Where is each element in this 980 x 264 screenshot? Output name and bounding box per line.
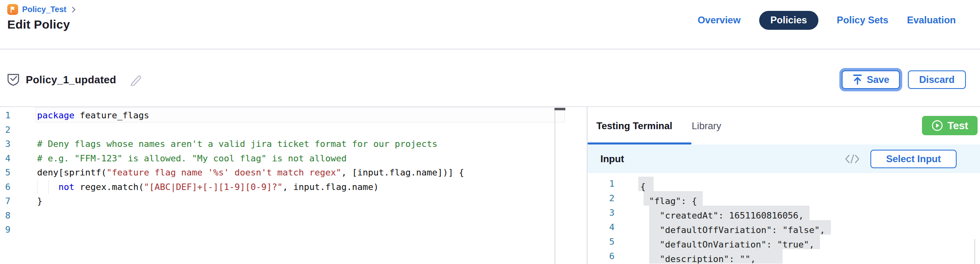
- code-line-content: # Deny flags whose names aren't a valid …: [37, 137, 437, 151]
- code-line: 5deny[sprintf("feature flag name '%s' do…: [0, 165, 587, 180]
- input-label: Input: [600, 153, 624, 165]
- active-tab-underline: [588, 142, 691, 144]
- pencil-icon[interactable]: [130, 74, 143, 86]
- editor-scrollbar-track: [554, 108, 555, 264]
- edit-policy-page: Policy_Test Edit Policy OverviewPolicies…: [0, 0, 980, 264]
- indent-guide: [48, 180, 49, 194]
- editor-workspace: 1package feature_flags23# Deny flags who…: [0, 106, 980, 264]
- header-divider: [0, 49, 980, 50]
- shield-check-icon: [7, 73, 19, 86]
- line-number: 1: [588, 177, 615, 191]
- testing-panel: Testing TerminalLibrary Test Input Selec…: [588, 107, 980, 264]
- line-number: 1: [0, 108, 10, 123]
- code-line: 1package feature_flags: [0, 108, 587, 123]
- nav-item-policy-sets[interactable]: Policy Sets: [837, 14, 889, 26]
- line-number: 3: [0, 137, 10, 151]
- input-json-editor[interactable]: 1{2 "flag": {3 "createdAt": 165116081605…: [588, 173, 980, 264]
- policy-name: Policy_1_updated: [26, 74, 116, 86]
- json-line: 2 "flag": {: [588, 191, 980, 206]
- json-selection-highlight: {: [638, 177, 654, 191]
- line-number: 8: [0, 208, 10, 223]
- line-number: 7: [0, 194, 10, 208]
- discard-button[interactable]: Discard: [908, 70, 966, 89]
- json-selection-highlight: "flag": {: [644, 191, 702, 206]
- line-number: 3: [588, 206, 615, 220]
- json-line: 1{: [588, 177, 980, 191]
- upload-icon: [852, 74, 863, 85]
- line-number: 4: [588, 220, 615, 235]
- policy-toolbar: Policy_1_updated Save Discard: [0, 64, 980, 95]
- nav-item-overview[interactable]: Overview: [698, 14, 741, 26]
- indent-guide: [37, 180, 37, 194]
- top-nav: OverviewPoliciesPolicy SetsEvaluation: [698, 10, 956, 30]
- line-number: 9: [0, 223, 10, 237]
- rego-code-editor[interactable]: 1package feature_flags23# Deny flags who…: [0, 107, 587, 264]
- json-selection-highlight: "defaultOnVariation": "true",: [649, 235, 820, 249]
- code-line: 6 not regex.match("[ABC|DEF]+[-][1-9][0-…: [0, 180, 587, 194]
- line-number: 2: [0, 123, 10, 137]
- nav-item-policies[interactable]: Policies: [759, 11, 818, 30]
- testing-tabs-row: Testing TerminalLibrary Test: [588, 107, 980, 144]
- nav-item-evaluation[interactable]: Evaluation: [907, 14, 956, 26]
- save-button-label: Save: [867, 74, 889, 85]
- play-circle-icon: [931, 120, 943, 132]
- line-number: 2: [588, 191, 615, 206]
- input-header-strip: Input Select Input: [588, 144, 980, 173]
- test-button-label: Test: [947, 120, 968, 132]
- breadcrumb: Policy_Test: [7, 4, 77, 15]
- json-selection-highlight: "createdAt": 1651160816056,: [649, 206, 810, 220]
- code-line-content: deny[sprintf("feature flag name '%s' doe…: [37, 165, 464, 180]
- save-button[interactable]: Save: [842, 70, 900, 89]
- select-input-button[interactable]: Select Input: [870, 150, 957, 168]
- save-button-focus-ring: Save: [839, 68, 902, 91]
- test-button[interactable]: Test: [922, 116, 978, 135]
- flag-logo-icon: [7, 4, 18, 15]
- code-line: 7}: [0, 194, 587, 208]
- code-line-content: not regex.match("[ABC|DEF]+[-][1-9][0-9]…: [37, 180, 379, 194]
- json-scrollbar-track: [974, 239, 975, 264]
- chevron-right-icon: [71, 6, 77, 13]
- breadcrumb-link-policy-test[interactable]: Policy_Test: [22, 5, 66, 14]
- editor-scrollbar-thumb[interactable]: [554, 108, 565, 110]
- select-input-button-label: Select Input: [886, 153, 941, 165]
- policy-name-group: Policy_1_updated: [7, 73, 143, 86]
- json-line: 5 "defaultOnVariation": "true",: [588, 235, 980, 249]
- code-brackets-icon[interactable]: [844, 153, 860, 165]
- line-number: 5: [588, 235, 615, 249]
- code-line: 8: [0, 208, 587, 223]
- code-line-content: # e.g. "FFM-123" is allowed. "My cool fl…: [37, 151, 347, 166]
- rego-code-lines: 1package feature_flags23# Deny flags who…: [0, 107, 587, 237]
- line-number: 4: [0, 151, 10, 166]
- tab-testing-terminal[interactable]: Testing Terminal: [596, 120, 672, 132]
- code-line: 3# Deny flags whose names aren't a valid…: [0, 137, 587, 151]
- code-line: 4# e.g. "FFM-123" is allowed. "My cool f…: [0, 151, 587, 166]
- code-line: 2: [0, 123, 587, 137]
- line-number: 6: [588, 249, 615, 264]
- code-line-content: }: [37, 194, 42, 208]
- line-number: 6: [0, 180, 10, 194]
- json-code-lines: 1{2 "flag": {3 "createdAt": 165116081605…: [588, 177, 980, 264]
- tab-library[interactable]: Library: [691, 120, 721, 132]
- json-line: 4 "defaultOffVariation": "false",: [588, 220, 980, 235]
- line-number: 5: [0, 165, 10, 180]
- json-selection-highlight: "description": "",: [649, 249, 783, 264]
- json-selection-highlight: "defaultOffVariation": "false",: [649, 220, 831, 235]
- code-line-content: package feature_flags: [37, 108, 149, 123]
- page-title: Edit Policy: [7, 18, 70, 31]
- json-line: 3 "createdAt": 1651160816056,: [588, 206, 980, 220]
- discard-button-label: Discard: [919, 74, 955, 85]
- code-line: 9: [0, 223, 587, 237]
